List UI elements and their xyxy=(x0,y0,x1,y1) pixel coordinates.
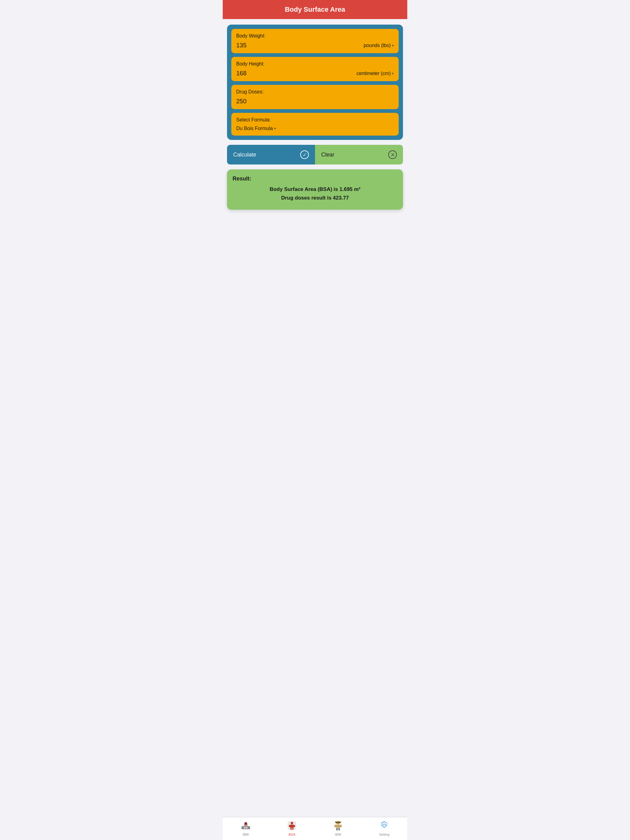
tab-bsa-label: BSA xyxy=(288,833,295,836)
tab-setting-label: Setting xyxy=(379,833,389,836)
ibw-icon xyxy=(332,820,344,831)
svg-rect-9 xyxy=(293,825,295,827)
drug-doses-field[interactable]: Drug Doses: 250 xyxy=(231,85,399,109)
calculate-button[interactable]: Calculate ✓ xyxy=(227,145,315,164)
svg-rect-14 xyxy=(335,821,341,823)
bmi-icon: BMI xyxy=(240,820,252,831)
body-height-label: Body Height: xyxy=(236,61,394,67)
body-height-dropdown-arrow[interactable]: ▾ xyxy=(392,71,394,76)
tab-ibw-label: IBW xyxy=(335,833,342,836)
clear-icon: ✕ xyxy=(388,150,397,159)
svg-rect-19 xyxy=(339,828,340,831)
page-title: Body Surface Area xyxy=(285,6,345,13)
tab-bmi[interactable]: BMI BMI xyxy=(223,820,269,836)
drug-doses-label: Drug Doses: xyxy=(236,89,394,95)
clear-button[interactable]: Clear ✕ xyxy=(315,145,403,164)
body-weight-label: Body Weight: xyxy=(236,33,394,39)
action-buttons: Calculate ✓ Clear ✕ xyxy=(227,145,403,164)
body-weight-value[interactable]: 135 xyxy=(236,42,246,49)
drug-doses-value[interactable]: 250 xyxy=(236,98,246,105)
bsa-icon xyxy=(286,820,298,831)
calculate-icon: ✓ xyxy=(300,150,309,159)
svg-rect-3 xyxy=(245,822,246,824)
svg-rect-10 xyxy=(290,828,291,830)
svg-rect-18 xyxy=(336,828,338,831)
svg-rect-7 xyxy=(290,825,294,828)
formula-field[interactable]: Select Formula: Du Bois Formula ▾ xyxy=(231,113,399,136)
main-content: Body Weight: 135 pounds (lbs) ▾ Body Hei… xyxy=(223,19,407,817)
svg-rect-8 xyxy=(289,825,290,827)
body-height-unit[interactable]: centimeter (cm) ▾ xyxy=(356,71,394,76)
result-label: Result: xyxy=(233,175,397,182)
tab-ibw[interactable]: IBW xyxy=(315,820,361,836)
setting-icon xyxy=(378,820,390,831)
body-weight-unit[interactable]: pounds (lbs) ▾ xyxy=(364,43,394,48)
app-header: Body Surface Area xyxy=(223,0,407,19)
body-weight-dropdown-arrow[interactable]: ▾ xyxy=(392,43,394,47)
result-card: Result: Body Surface Area (BSA) is 1.695… xyxy=(227,169,403,210)
body-weight-field[interactable]: Body Weight: 135 pounds (lbs) ▾ xyxy=(231,29,399,53)
svg-rect-17 xyxy=(340,825,342,827)
bsa-result-line: Body Surface Area (BSA) is 1.695 m² xyxy=(233,186,397,193)
body-height-value[interactable]: 168 xyxy=(236,70,246,77)
tab-setting[interactable]: Setting xyxy=(361,820,407,836)
svg-rect-15 xyxy=(336,824,340,828)
tab-bar: BMI BMI BSA xyxy=(223,817,407,840)
body-height-field[interactable]: Body Height: 168 centimeter (cm) ▾ xyxy=(231,57,399,81)
svg-text:BMI: BMI xyxy=(244,827,248,829)
formula-dropdown-arrow[interactable]: ▾ xyxy=(274,126,276,131)
svg-point-6 xyxy=(291,822,293,824)
tab-bsa[interactable]: BSA xyxy=(269,820,315,836)
drug-result-line: Drug doses result is 423.77 xyxy=(233,195,397,201)
formula-label: Select Formula: xyxy=(236,117,394,123)
svg-rect-16 xyxy=(334,825,337,827)
tab-bmi-label: BMI xyxy=(243,833,249,836)
input-card: Body Weight: 135 pounds (lbs) ▾ Body Hei… xyxy=(227,25,403,140)
svg-rect-11 xyxy=(292,828,293,830)
formula-dropdown[interactable]: Du Bois Formula ▾ xyxy=(236,126,276,131)
